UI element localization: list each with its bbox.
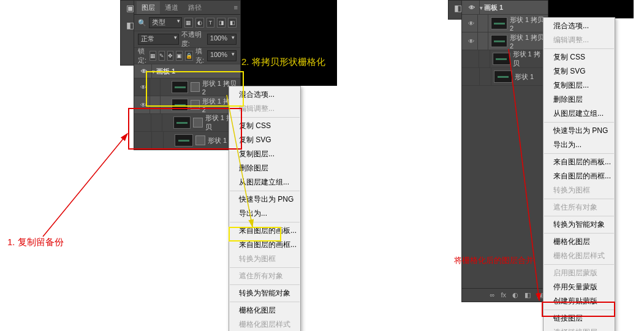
- layer-context-menu-left[interactable]: 混合选项...编辑调整...复制 CSS复制 SVG复制图层...删除图层从图层…: [229, 86, 301, 331]
- menu-item: 栅格化图层样式: [229, 318, 300, 331]
- menu-item[interactable]: 转换为智能对象: [229, 286, 300, 300]
- layer-row[interactable]: 形状 1: [462, 68, 548, 86]
- menu-separator: [544, 199, 614, 199]
- layer-thumb: [491, 17, 507, 29]
- layer-thumb: [172, 81, 188, 93]
- menu-item: 编辑调整...: [544, 33, 615, 47]
- eye-icon[interactable]: [468, 37, 474, 45]
- menu-item[interactable]: 复制 SVG: [229, 133, 300, 147]
- filter-btn-3[interactable]: T: [206, 18, 215, 28]
- footer-new-icon[interactable]: ▣: [537, 291, 543, 299]
- layer-list-right: 画板 1 形状 1 拷贝 2 形状 1 拷贝 2 形状 1 拷贝 形状 1: [462, 1, 548, 86]
- eye-icon[interactable]: [141, 67, 147, 75]
- artboard-row[interactable]: 画板 1: [462, 1, 548, 15]
- menu-item: 转换为图框: [544, 183, 615, 197]
- filter-type-select[interactable]: 类型: [149, 17, 182, 28]
- menu-item[interactable]: 创建剪贴蒙版: [544, 294, 615, 308]
- layer-row[interactable]: 形状 1 拷贝 2: [462, 32, 548, 50]
- menu-separator: [544, 233, 614, 234]
- menu-item[interactable]: 停用矢量蒙版: [544, 280, 615, 294]
- menu-item[interactable]: 混合选项...: [229, 88, 300, 102]
- filter-btn-2[interactable]: ◐: [195, 18, 204, 28]
- layer-thumb: [494, 70, 512, 83]
- annotation-step1-text: 1. 复制留备份: [7, 237, 64, 248]
- footer-link-icon[interactable]: ∞: [490, 291, 495, 299]
- menu-item[interactable]: 导出为...: [229, 207, 300, 221]
- menu-separator: [544, 264, 614, 265]
- tab-layers[interactable]: 图层: [137, 1, 160, 14]
- layer-thumb: [172, 99, 188, 111]
- menu-item[interactable]: 导出为...: [544, 138, 615, 152]
- menu-item[interactable]: 转换为智能对象: [544, 218, 615, 232]
- menu-item[interactable]: 复制图层...: [544, 78, 615, 93]
- menu-item[interactable]: 从图层建立组...: [229, 175, 300, 189]
- footer-fx-icon[interactable]: fx: [501, 291, 506, 299]
- layer-name-text: 形状 1 拷贝 2: [510, 15, 545, 32]
- lock-btn-5[interactable]: 🔒: [185, 51, 193, 61]
- menu-item: 启用图层蒙版: [544, 266, 615, 280]
- lock-btn-1[interactable]: ▦: [150, 51, 156, 61]
- artboard-row[interactable]: 画板 1: [134, 64, 240, 78]
- layer-row[interactable]: 形状 1: [134, 132, 240, 150]
- blend-mode-select[interactable]: 正常: [138, 34, 179, 45]
- mask-thumb: [191, 82, 199, 92]
- eye-icon[interactable]: [468, 20, 474, 27]
- eye-icon[interactable]: [469, 4, 475, 11]
- svg-line-0: [43, 134, 127, 237]
- menu-item[interactable]: 混合选项...: [544, 19, 615, 33]
- tab-channels[interactable]: 通道: [160, 1, 183, 14]
- layer-row[interactable]: 形状 1 拷贝 2: [134, 96, 240, 114]
- menu-item[interactable]: 删除图层: [229, 161, 300, 175]
- layer-panel-footer: ∞ fx ◐ ◧ ▣: [462, 288, 548, 302]
- layer-thumb: [493, 53, 510, 65]
- menu-item[interactable]: 快速导出为 PNG: [544, 124, 615, 138]
- menu-item[interactable]: 链接图层: [544, 311, 615, 325]
- menu-item[interactable]: 来自图层的画框...: [544, 169, 615, 183]
- eye-icon[interactable]: [140, 101, 146, 108]
- menu-item[interactable]: 栅格化图层: [229, 303, 300, 318]
- tab-paths[interactable]: 路径: [183, 1, 206, 14]
- lock-btn-3[interactable]: ✥: [167, 51, 173, 61]
- footer-mask-icon[interactable]: ◐: [512, 291, 518, 299]
- menu-separator: [544, 122, 614, 123]
- menu-item[interactable]: 删除图层: [544, 93, 615, 107]
- layer-row[interactable]: 形状 1 拷贝 2: [134, 78, 240, 96]
- footer-adj-icon[interactable]: ◧: [525, 291, 531, 299]
- canvas-area-left: [237, 0, 337, 86]
- layer-row[interactable]: 形状 1 拷贝 2: [462, 15, 548, 32]
- layer-row[interactable]: 形状 1 拷贝: [462, 50, 548, 68]
- menu-item[interactable]: 栅格化图层: [544, 235, 615, 249]
- menu-item[interactable]: 复制 CSS: [544, 50, 615, 64]
- menu-item[interactable]: 来自图层的画框...: [229, 238, 300, 252]
- lock-btn-2[interactable]: ✎: [159, 51, 165, 61]
- fill-value[interactable]: 100%: [207, 50, 237, 61]
- menu-separator: [230, 117, 300, 118]
- menu-separator: [544, 216, 614, 216]
- layer-name-text: 形状 1: [515, 72, 534, 82]
- menu-item[interactable]: 复制图层...: [229, 147, 300, 161]
- menu-item[interactable]: 来自图层的画板...: [544, 155, 615, 169]
- menu-item: 遮住所有对象: [544, 200, 615, 215]
- menu-item[interactable]: 复制 CSS: [229, 119, 300, 133]
- chevron-down-icon[interactable]: [480, 4, 484, 11]
- artboard-name: 画板 1: [484, 3, 503, 12]
- layers-panel-right: 画板 1 形状 1 拷贝 2 形状 1 拷贝 2 形状 1 拷贝 形状 1: [461, 0, 548, 302]
- menu-item[interactable]: 从图层建立组...: [544, 107, 615, 121]
- filter-btn-1[interactable]: ▦: [184, 18, 193, 28]
- menu-item: 遮住所有对象: [229, 269, 300, 283]
- filter-btn-4[interactable]: ◨: [217, 18, 225, 28]
- search-icon: 🔍: [138, 19, 146, 27]
- opacity-value[interactable]: 100%: [207, 34, 237, 45]
- chevron-down-icon[interactable]: [152, 67, 156, 75]
- panel-menu-icon[interactable]: ≡: [234, 4, 238, 11]
- menu-item[interactable]: 来自图层的画板...: [229, 224, 300, 238]
- layer-name-text: 形状 1 拷贝: [513, 50, 545, 68]
- menu-separator: [544, 48, 614, 49]
- menu-item[interactable]: 复制 SVG: [544, 64, 615, 78]
- filter-btn-5[interactable]: ◧: [228, 18, 237, 28]
- lock-btn-4[interactable]: ▣: [176, 51, 183, 61]
- layer-context-menu-right[interactable]: 混合选项...编辑调整...复制 CSS复制 SVG复制图层...删除图层从图层…: [543, 17, 615, 331]
- layer-row[interactable]: 形状 1 拷贝: [134, 114, 240, 132]
- eye-icon[interactable]: [140, 83, 146, 91]
- menu-item[interactable]: 快速导出为 PNG: [229, 192, 300, 207]
